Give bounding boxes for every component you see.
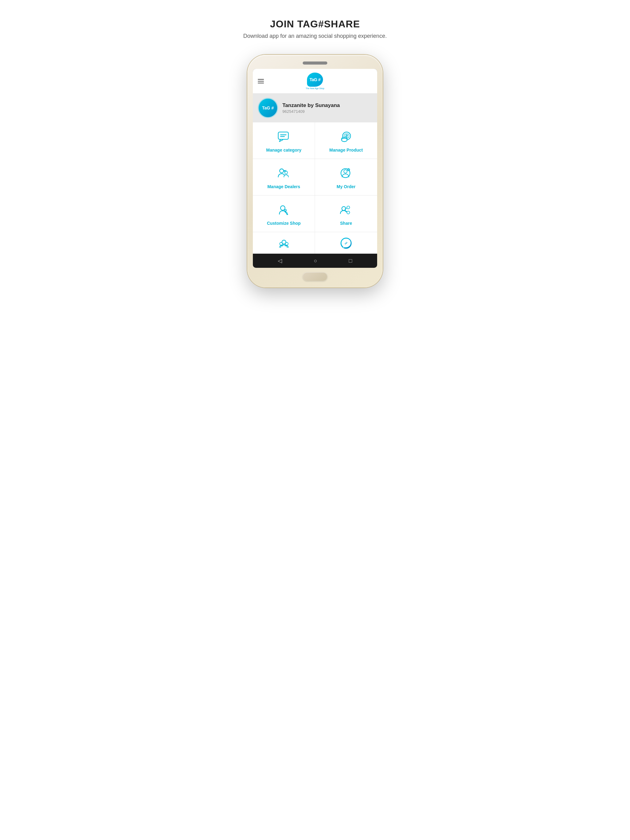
- logo-tagline: The New Age Shop: [306, 87, 324, 90]
- avatar-logo-text: TaG #: [262, 106, 274, 111]
- order-icon: [339, 166, 353, 181]
- phone-top: [253, 62, 377, 65]
- menu-label-manage-category: Manage category: [266, 148, 301, 153]
- phone-speaker: [303, 62, 327, 65]
- nav-back-button[interactable]: ◁: [278, 257, 282, 264]
- svg-point-15: [280, 206, 285, 210]
- android-nav-bar: ◁ ○ □: [253, 254, 377, 268]
- menu-item-manage-category[interactable]: Manage category: [253, 122, 315, 159]
- profile-phone: 9625471409: [282, 109, 340, 114]
- svg-point-24: [285, 242, 288, 245]
- menu-label-manage-product: Manage Product: [329, 148, 363, 153]
- menu-label-my-order: My Order: [337, 184, 355, 189]
- coin-icon: [339, 130, 353, 145]
- customize-icon: [277, 203, 291, 218]
- svg-point-13: [344, 170, 347, 173]
- page-subtitle: Download app for an amazing social shopp…: [243, 33, 387, 39]
- app-screen: TaG # The New Age Shop TaG # Tanzanite b…: [253, 69, 377, 268]
- menu-line-3: [258, 83, 264, 83]
- menu-item-manage-dealers[interactable]: Manage Dealers: [253, 159, 315, 196]
- partial-menu-row: [253, 232, 377, 254]
- screen-bezel: TaG # The New Age Shop TaG # Tanzanite b…: [253, 69, 377, 268]
- logo-bubble: TaG #: [307, 73, 323, 87]
- profile-name: Tanzanite by Sunayana: [282, 103, 340, 109]
- menu-label-customize-shop: Customize Shop: [267, 221, 301, 226]
- partial-item-right[interactable]: [315, 232, 377, 254]
- menu-line-2: [258, 81, 264, 82]
- svg-point-10: [280, 169, 283, 173]
- logo-text: TaG #: [309, 77, 320, 82]
- menu-item-manage-product[interactable]: Manage Product: [315, 122, 377, 159]
- menu-line-1: [258, 79, 264, 80]
- menu-grid: Manage category: [253, 122, 377, 232]
- svg-point-23: [280, 242, 282, 245]
- phone-shell: TaG # The New Age Shop TaG # Tanzanite b…: [247, 55, 383, 287]
- nav-home-button[interactable]: ○: [314, 257, 317, 264]
- partial-item-left[interactable]: [253, 232, 315, 254]
- profile-avatar: TaG #: [258, 98, 278, 118]
- menu-item-customize-shop[interactable]: Customize Shop: [253, 196, 315, 232]
- phone-bottom: [253, 272, 377, 281]
- svg-point-19: [347, 211, 350, 214]
- page-title: JOIN TAG#SHARE: [270, 19, 360, 30]
- share-icon: [339, 203, 353, 218]
- dealers-icon: [277, 166, 291, 181]
- nav-recent-button[interactable]: □: [349, 257, 352, 264]
- svg-point-16: [285, 209, 287, 211]
- profile-info: Tanzanite by Sunayana 9625471409: [282, 103, 340, 114]
- profile-section: TaG # Tanzanite by Sunayana 9625471409: [253, 93, 377, 122]
- chat-icon: [277, 130, 291, 145]
- hamburger-menu-button[interactable]: [258, 79, 264, 83]
- svg-rect-0: [278, 132, 288, 139]
- svg-point-18: [347, 206, 350, 209]
- app-logo: TaG # The New Age Shop: [306, 73, 324, 90]
- home-button[interactable]: [303, 272, 327, 281]
- menu-label-share: Share: [340, 221, 352, 226]
- svg-point-17: [342, 207, 346, 211]
- menu-item-my-order[interactable]: My Order: [315, 159, 377, 196]
- menu-item-share[interactable]: Share: [315, 196, 377, 232]
- menu-label-manage-dealers: Manage Dealers: [268, 184, 300, 189]
- app-header: TaG # The New Age Shop: [253, 69, 377, 93]
